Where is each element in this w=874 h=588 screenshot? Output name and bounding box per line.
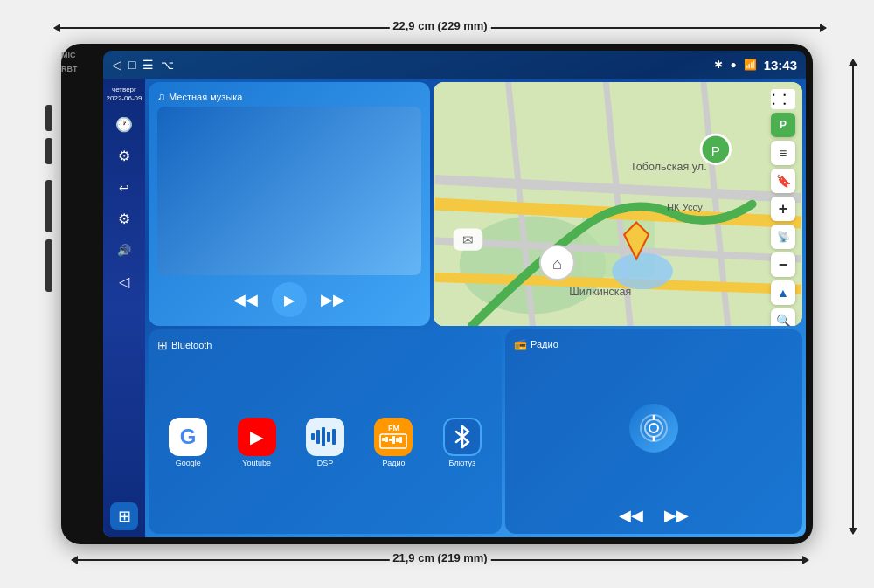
bt-card-title: ⊞ Bluetooth (157, 338, 493, 352)
screen: ◁ □ ☰ ⌥ ✱ ● 📶 13:43 четверг (103, 51, 806, 537)
bottom-row: ⊞ Bluetooth G Google ▶ (149, 329, 802, 534)
dsp-icon (306, 418, 344, 456)
youtube-icon: ▶ (238, 418, 276, 456)
svg-rect-25 (332, 429, 336, 445)
sidebar-date: четверг 2022-06-09 (107, 86, 142, 104)
svg-rect-21 (311, 433, 315, 440)
svg-rect-32 (399, 437, 402, 443)
google-icon: G (169, 418, 207, 456)
bottom-dimension: 21,9 cm (219 mm) (72, 551, 808, 569)
bluetooth-card: ⊞ Bluetooth G Google ▶ (149, 329, 502, 534)
radio-next-button[interactable]: ▶▶ (664, 506, 689, 525)
status-time: 13:43 (764, 58, 797, 73)
app-dsp[interactable]: DSP (295, 418, 356, 467)
radio-controls: ◀◀ ▶▶ (514, 506, 794, 525)
map-hamburger-button[interactable]: ≡ (771, 141, 795, 165)
map-controls: ▪▪ ▪▪ P ≡ 🔖 + 📡 − ▲ (771, 89, 795, 326)
radio-art (514, 357, 794, 499)
diagram-container: 22,9 cm (229 mm) 21,9 cm (219 mm) 12,9 c… (0, 0, 874, 588)
svg-point-35 (649, 424, 658, 432)
map-card: Тобольская ул. Шилкинская НК Уссу P (434, 82, 802, 326)
home-icon[interactable]: □ (128, 58, 135, 72)
menu-icon[interactable]: ☰ (142, 58, 154, 72)
bt-title-icon: ⊞ (157, 338, 168, 352)
sidebar-equalizer-icon[interactable]: ⚙ (110, 142, 138, 170)
map-zoom-out-button[interactable]: − (771, 252, 795, 277)
wifi-icon: 📶 (744, 59, 757, 71)
map-radar-button[interactable]: 📡 (771, 225, 795, 249)
map-zoom-in-button[interactable]: + (771, 197, 795, 221)
radio-card-title: 📻 Радио (514, 338, 794, 350)
side-btn-2[interactable] (45, 138, 52, 164)
svg-rect-31 (396, 438, 399, 442)
side-btn-4[interactable] (45, 239, 52, 292)
bluetooth-status-icon: ✱ (714, 59, 723, 71)
app-google[interactable]: G Google (157, 418, 218, 467)
app-radio[interactable]: FM (363, 418, 424, 467)
svg-point-10 (612, 252, 673, 289)
status-icons-left: ◁ □ ☰ ⌥ (112, 58, 714, 72)
device-body: MIC RBT ◁ □ ☰ ⌥ (61, 44, 813, 544)
back-icon[interactable]: ◁ (112, 58, 121, 72)
radio-icon: FM (374, 418, 413, 456)
music-art (157, 107, 421, 275)
left-sidebar: четверг 2022-06-09 🕐 ⚙ ↩ ⚙ 🔊 ◁ ⊞ (103, 79, 145, 537)
music-title: ♫ Местная музыка (157, 91, 421, 103)
app-youtube[interactable]: ▶ Youtube (225, 418, 287, 467)
side-buttons (45, 96, 61, 492)
usb-icon: ⌥ (161, 59, 174, 72)
bluetooth-app-icon (443, 418, 482, 456)
status-bar: ◁ □ ☰ ⌥ ✱ ● 📶 13:43 (103, 51, 806, 79)
side-btn-1[interactable] (45, 105, 52, 131)
radio-app-label: Радио (382, 459, 405, 467)
svg-rect-23 (322, 427, 325, 446)
main-content: ♫ Местная музыка ◀◀ ▶ ▶▶ (145, 79, 806, 537)
svg-text:Тобольская ул.: Тобольская ул. (630, 161, 707, 173)
rbt-label: RBT (61, 65, 78, 73)
radio-title-icon: 📻 (514, 338, 527, 350)
sidebar-apps-icon[interactable]: ⊞ (110, 502, 138, 530)
music-controls: ◀◀ ▶ ▶▶ (157, 282, 421, 317)
map-compass-button[interactable]: ▲ (771, 280, 795, 305)
play-icon: ▶ (284, 292, 295, 308)
sidebar-back-icon[interactable]: ↩ (110, 174, 138, 202)
sidebar-settings-icon[interactable]: ⚙ (110, 205, 138, 233)
radio-antenna-icon (629, 404, 678, 453)
music-next-button[interactable]: ▶▶ (321, 290, 345, 309)
svg-text:Шилкинская: Шилкинская (569, 286, 631, 298)
map-container[interactable]: Тобольская ул. Шилкинская НК Уссу P (434, 82, 802, 326)
svg-rect-28 (385, 437, 388, 442)
svg-rect-22 (316, 430, 320, 444)
app-icons-row: G Google ▶ Youtube (157, 359, 493, 525)
music-note-icon: ♫ (157, 91, 165, 103)
bluetooth-app-label: Блютуз (449, 459, 475, 467)
svg-rect-30 (392, 436, 395, 444)
app-bluetooth[interactable]: Блютуз (432, 418, 493, 467)
svg-rect-29 (389, 439, 392, 441)
top-dimension: 22,9 cm (229 mm) (54, 19, 826, 37)
dsp-label: DSP (317, 459, 334, 467)
svg-text:НК Уссу: НК Уссу (667, 202, 703, 212)
sidebar-clock-icon[interactable]: 🕐 (110, 111, 138, 139)
svg-text:✉: ✉ (462, 232, 474, 247)
bottom-dimension-label: 21,9 cm (219 mm) (389, 551, 490, 564)
sidebar-nav-icon[interactable]: ◁ (110, 268, 138, 296)
map-menu-icon[interactable]: ▪▪ ▪▪ (771, 89, 795, 109)
top-dimension-label: 22,9 cm (229 mm) (389, 19, 490, 32)
music-card: ♫ Местная музыка ◀◀ ▶ ▶▶ (149, 82, 430, 326)
map-bookmark-button[interactable]: 🔖 (771, 169, 795, 193)
side-btn-3[interactable] (45, 180, 52, 232)
map-svg: Тобольская ул. Шилкинская НК Уссу P (434, 82, 802, 326)
svg-text:⌂: ⌂ (552, 255, 562, 273)
sidebar-volume-icon[interactable]: 🔊 (110, 237, 138, 265)
svg-rect-24 (327, 432, 330, 442)
mic-label: MIC (61, 51, 76, 59)
map-search-button[interactable]: 🔍 (771, 308, 795, 326)
radio-prev-button[interactable]: ◀◀ (619, 506, 643, 525)
location-icon: ● (730, 59, 736, 71)
music-prev-button[interactable]: ◀◀ (233, 290, 258, 309)
svg-text:P: P (711, 143, 719, 158)
music-play-button[interactable]: ▶ (272, 282, 307, 317)
svg-rect-27 (382, 438, 385, 441)
map-layers-button[interactable]: P (771, 113, 795, 137)
